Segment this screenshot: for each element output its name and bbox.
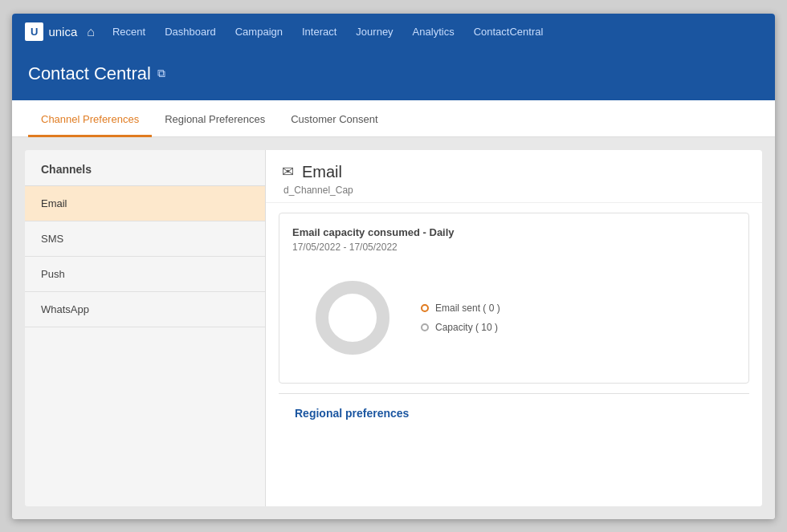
nav-item-analytics[interactable]: Analytics: [405, 22, 463, 41]
content-inner: Channels Email SMS Push WhatsApp ✉ Email…: [25, 150, 762, 506]
channel-title: ✉ Email: [282, 163, 746, 181]
nav-item-dashboard[interactable]: Dashboard: [157, 22, 224, 41]
sidebar-header: Channels: [25, 150, 265, 186]
channel-subtitle: d_Channel_Cap: [282, 185, 746, 196]
legend-label-sent: Email sent ( 0 ): [435, 303, 500, 314]
tab-regional-preferences[interactable]: Regional Preferences: [152, 104, 278, 137]
app-window: U unica ⌂ Recent Dashboard Campaign Inte…: [12, 14, 775, 519]
external-link-icon[interactable]: ⧉: [157, 67, 165, 80]
nav-item-contactcentral[interactable]: ContactCentral: [466, 22, 552, 41]
regional-section-title: Regional preferences: [295, 407, 733, 420]
nav-item-recent[interactable]: Recent: [104, 22, 153, 41]
legend-item-capacity: Capacity ( 10 ): [421, 322, 500, 333]
capacity-title: Email capacity consumed - Daily: [292, 226, 736, 238]
legend: Email sent ( 0 ) Capacity ( 10 ): [421, 303, 500, 333]
channel-item-email[interactable]: Email: [25, 186, 265, 221]
donut-chart: [308, 274, 397, 362]
home-icon[interactable]: ⌂: [87, 25, 95, 39]
sidebar: Channels Email SMS Push WhatsApp: [25, 150, 266, 506]
channel-item-whatsapp[interactable]: WhatsApp: [25, 292, 265, 327]
page-header: Contact Central ⧉: [12, 51, 775, 100]
nav-item-journey[interactable]: Journey: [348, 22, 401, 41]
channel-header: ✉ Email d_Channel_Cap: [266, 150, 762, 203]
capacity-date: 17/05/2022 - 17/05/2022: [292, 242, 736, 253]
right-panel: ✉ Email d_Channel_Cap Email capacity con…: [266, 150, 762, 506]
tab-channel-preferences[interactable]: Channel Preferences: [28, 104, 152, 137]
legend-dot-capacity: [421, 323, 429, 331]
nav-item-interact[interactable]: Interact: [294, 22, 345, 41]
channel-item-push[interactable]: Push: [25, 257, 265, 292]
logo-box: U: [25, 22, 43, 41]
capacity-card: Email capacity consumed - Daily 17/05/20…: [279, 213, 749, 384]
logo-area: U unica: [25, 22, 77, 41]
legend-dot-sent: [421, 304, 429, 312]
chart-area: Email sent ( 0 ) Capacity ( 10 ): [292, 266, 736, 370]
navbar: U unica ⌂ Recent Dashboard Campaign Inte…: [12, 14, 775, 51]
tab-bar: Channel Preferences Regional Preferences…: [12, 100, 775, 137]
channel-item-sms[interactable]: SMS: [25, 221, 265, 257]
nav-item-campaign[interactable]: Campaign: [227, 22, 291, 41]
email-icon: ✉: [282, 163, 294, 181]
svg-point-0: [322, 287, 383, 348]
regional-section: Regional preferences: [279, 393, 749, 426]
page-title: Contact Central ⧉: [28, 63, 759, 84]
legend-item-sent: Email sent ( 0 ): [421, 303, 500, 314]
channel-name: Email: [302, 163, 342, 181]
legend-label-capacity: Capacity ( 10 ): [435, 322, 498, 333]
main-content: Channels Email SMS Push WhatsApp ✉ Email…: [12, 137, 775, 519]
tab-customer-consent[interactable]: Customer Consent: [278, 104, 390, 137]
logo-text: unica: [48, 25, 77, 39]
